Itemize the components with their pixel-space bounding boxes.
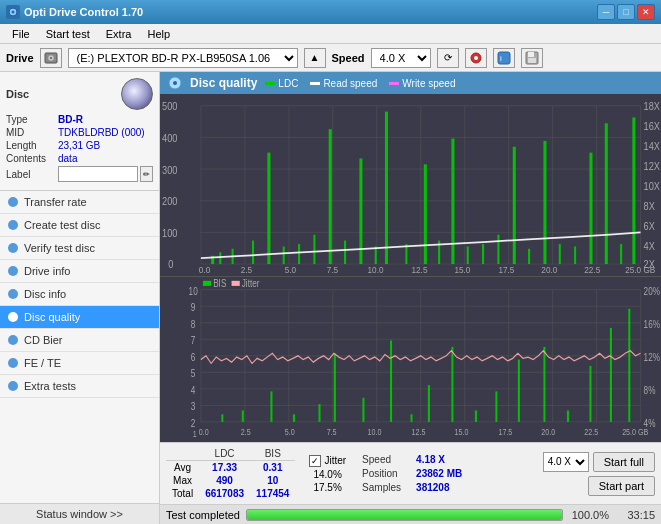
sidebar-item-disc-info[interactable]: Disc info bbox=[0, 283, 159, 306]
drive-selector[interactable]: (E:) PLEXTOR BD-R PX-LB950SA 1.06 bbox=[68, 48, 298, 68]
progress-track bbox=[246, 509, 563, 521]
disc-type-row: Type BD-R bbox=[6, 114, 153, 125]
top-chart: 500 400 300 200 100 0 18X 16X 14X 12X 10… bbox=[160, 94, 661, 277]
nav-icon-disc-info bbox=[8, 289, 18, 299]
progress-fill bbox=[247, 510, 562, 520]
nav-icon-drive-info bbox=[8, 266, 18, 276]
svg-text:10: 10 bbox=[189, 286, 198, 297]
svg-rect-33 bbox=[219, 252, 221, 264]
svg-rect-125 bbox=[610, 328, 612, 422]
minimize-button[interactable]: ─ bbox=[597, 4, 615, 20]
stats-header-bis: BIS bbox=[250, 447, 295, 461]
status-window-button[interactable]: Status window >> bbox=[0, 503, 159, 524]
disc-label-key: Label bbox=[6, 169, 58, 180]
sidebar-item-extra-tests[interactable]: Extra tests bbox=[0, 375, 159, 398]
position-val: 23862 MB bbox=[416, 468, 462, 479]
nav-label-disc-info: Disc info bbox=[24, 288, 66, 300]
menu-extra[interactable]: Extra bbox=[98, 27, 140, 41]
drive-icon-btn[interactable] bbox=[40, 48, 62, 68]
disc-contents-row: Contents data bbox=[6, 153, 153, 164]
legend-read-color bbox=[310, 82, 320, 85]
disc-length-row: Length 23,31 GB bbox=[6, 140, 153, 151]
sidebar-item-fe-te[interactable]: FE / TE bbox=[0, 352, 159, 375]
svg-text:300: 300 bbox=[162, 164, 178, 176]
sidebar-item-cd-bier[interactable]: CD Bier bbox=[0, 329, 159, 352]
disc-label-row: Label ✏ bbox=[6, 166, 153, 182]
svg-text:12.5: 12.5 bbox=[412, 265, 428, 276]
svg-rect-40 bbox=[329, 129, 332, 264]
svg-rect-51 bbox=[497, 235, 499, 264]
progress-time: 33:15 bbox=[615, 509, 655, 521]
jitter-checkbox[interactable]: ✓ bbox=[309, 455, 321, 467]
disc-label-input[interactable] bbox=[58, 166, 138, 182]
start-full-button[interactable]: Start full bbox=[593, 452, 655, 472]
svg-rect-129 bbox=[232, 281, 240, 286]
label-pencil-button[interactable]: ✏ bbox=[140, 166, 153, 182]
sidebar-item-create-test-disc[interactable]: Create test disc bbox=[0, 214, 159, 237]
svg-text:17.5: 17.5 bbox=[498, 427, 512, 437]
jitter-label: Jitter bbox=[324, 455, 346, 466]
settings-button1[interactable] bbox=[465, 48, 487, 68]
nav-icon-verify-test-disc bbox=[8, 243, 18, 253]
svg-rect-58 bbox=[605, 123, 608, 264]
svg-text:3: 3 bbox=[191, 401, 196, 412]
drive-label: Drive bbox=[6, 52, 34, 64]
nav-items: Transfer rate Create test disc Verify te… bbox=[0, 191, 159, 503]
menu-file[interactable]: File bbox=[4, 27, 38, 41]
speed-dropdown[interactable]: 4.0 X bbox=[543, 452, 589, 472]
sidebar-item-verify-test-disc[interactable]: Verify test disc bbox=[0, 237, 159, 260]
disc-type-val: BD-R bbox=[58, 114, 83, 125]
stats-header-ldc: LDC bbox=[199, 447, 250, 461]
chart-legend: LDC Read speed Write speed bbox=[265, 78, 455, 89]
legend-write-color bbox=[389, 82, 399, 85]
svg-text:25.0 GB: 25.0 GB bbox=[622, 427, 648, 437]
sidebar-item-transfer-rate[interactable]: Transfer rate bbox=[0, 191, 159, 214]
bottom-chart: BIS Jitter 10 9 8 7 6 5 4 3 2 1 20% bbox=[160, 277, 661, 442]
progress-status-text: Test completed bbox=[166, 509, 240, 521]
start-part-button[interactable]: Start part bbox=[588, 476, 655, 496]
svg-rect-122 bbox=[543, 347, 545, 422]
save-button[interactable] bbox=[521, 48, 543, 68]
svg-rect-127 bbox=[203, 281, 211, 286]
legend-ldc-label: LDC bbox=[278, 78, 298, 89]
svg-text:20.0: 20.0 bbox=[541, 265, 557, 276]
svg-text:4X: 4X bbox=[644, 240, 656, 252]
maximize-button[interactable]: □ bbox=[617, 4, 635, 20]
svg-rect-114 bbox=[362, 398, 364, 422]
svg-text:5: 5 bbox=[191, 368, 196, 379]
svg-rect-57 bbox=[589, 153, 592, 264]
nav-label-extra-tests: Extra tests bbox=[24, 380, 76, 392]
svg-rect-123 bbox=[567, 410, 569, 421]
svg-rect-120 bbox=[495, 391, 497, 422]
svg-text:16X: 16X bbox=[644, 121, 661, 133]
svg-rect-53 bbox=[528, 249, 530, 264]
sidebar-item-disc-quality[interactable]: Disc quality bbox=[0, 306, 159, 329]
nav-icon-extra-tests bbox=[8, 381, 18, 391]
drive-bar: Drive (E:) PLEXTOR BD-R PX-LB950SA 1.06 … bbox=[0, 44, 661, 72]
settings-button2[interactable]: i bbox=[493, 48, 515, 68]
svg-text:9: 9 bbox=[191, 302, 196, 313]
menu-start-test[interactable]: Start test bbox=[38, 27, 98, 41]
stats-total-label: Total bbox=[166, 487, 199, 500]
legend-write-speed: Write speed bbox=[389, 78, 455, 89]
disc-mid-row: MID TDKBLDRBD (000) bbox=[6, 127, 153, 138]
eject-button[interactable]: ▲ bbox=[304, 48, 326, 68]
svg-rect-50 bbox=[482, 244, 484, 264]
svg-rect-108 bbox=[221, 414, 223, 422]
svg-text:15.0: 15.0 bbox=[454, 427, 468, 437]
svg-rect-35 bbox=[252, 241, 254, 264]
disc-cd-icon bbox=[121, 78, 153, 110]
speed-row: Speed 4.18 X bbox=[362, 454, 462, 465]
charts-container: 500 400 300 200 100 0 18X 16X 14X 12X 10… bbox=[160, 94, 661, 442]
nav-label-drive-info: Drive info bbox=[24, 265, 70, 277]
refresh-button[interactable]: ⟳ bbox=[437, 48, 459, 68]
svg-text:0: 0 bbox=[168, 258, 174, 270]
menu-help[interactable]: Help bbox=[139, 27, 178, 41]
speed-selector[interactable]: 4.0 X bbox=[371, 48, 431, 68]
svg-rect-49 bbox=[467, 246, 469, 264]
svg-text:8: 8 bbox=[191, 319, 196, 330]
svg-text:6: 6 bbox=[191, 352, 196, 363]
sidebar-item-drive-info[interactable]: Drive info bbox=[0, 260, 159, 283]
jitter-max-val: 17.5% bbox=[313, 482, 341, 493]
close-button[interactable]: ✕ bbox=[637, 4, 655, 20]
